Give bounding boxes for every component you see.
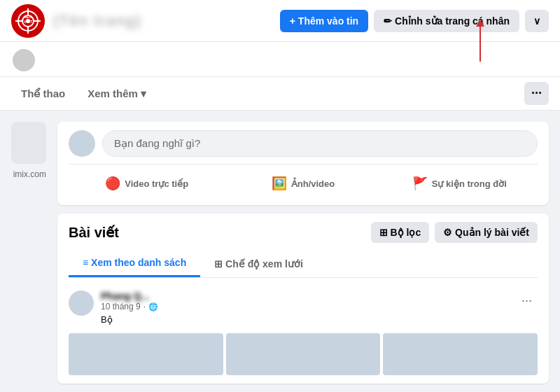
post-image-3	[383, 333, 538, 375]
privacy-icon: ·	[144, 302, 146, 312]
post-user-avatar	[69, 290, 94, 316]
view-list-tab[interactable]: ≡ Xem theo danh sách	[69, 250, 200, 277]
view-grid-tab[interactable]: ⊞ Chế độ xem lưới	[200, 250, 317, 277]
life-event-icon: 🚩	[412, 176, 428, 191]
view-tabs: ≡ Xem theo danh sách ⊞ Chế độ xem lưới	[69, 250, 538, 278]
photo-video-button[interactable]: 🖼️ Ảnh/video	[225, 170, 381, 197]
seo-viet-logo: SEO VIET	[11, 4, 45, 38]
live-video-icon: 🔴	[105, 176, 120, 191]
post-meta: 10 tháng 9 · 🌐	[101, 302, 509, 312]
post-input[interactable]: Bạn đang nghĩ gì?	[102, 130, 538, 157]
top-bar: SEO VIET (Tên trang) + Thêm vào tin ✏ Ch…	[0, 0, 560, 42]
logo-area: SEO VIET (Tên trang)	[11, 4, 141, 38]
post-time: 10 tháng 9	[101, 302, 141, 312]
nav-more-button[interactable]: ···	[524, 82, 549, 105]
post-actions: 🔴 Video trực tiếp 🖼️ Ảnh/video 🚩 Sự kiện…	[69, 164, 538, 197]
post-avatar	[69, 130, 95, 157]
svg-text:SEO: SEO	[24, 15, 32, 19]
posts-title: Bài viết	[69, 224, 119, 241]
live-video-label: Video trực tiếp	[125, 178, 188, 189]
right-area: Bạn đang nghĩ gì? 🔴 Video trực tiếp 🖼️ Ả…	[57, 122, 549, 381]
header-right: + Thêm vào tin ✏ Chỉnh sửa trang cá nhân…	[280, 10, 549, 32]
photo-video-icon: 🖼️	[272, 176, 287, 191]
post-image-1	[69, 333, 223, 375]
page-name-blurred: (Tên trang)	[53, 12, 141, 30]
left-sidebar: imix.com	[11, 122, 46, 381]
filter-button[interactable]: ⊞ Bộ lọc	[371, 222, 430, 243]
arrow-line	[479, 27, 481, 62]
posts-header: Bài viết ⊞ Bộ lọc ⚙ Quản lý bài viết	[69, 222, 538, 243]
sidebar-placeholder	[11, 122, 46, 164]
life-event-label: Sự kiện trong đời	[432, 178, 507, 189]
photo-video-label: Ảnh/video	[291, 178, 335, 189]
add-to-story-button[interactable]: + Thêm vào tin	[280, 10, 368, 32]
post-user-info: Phang Q... 10 tháng 9 · 🌐 Bộ	[101, 290, 509, 325]
main-content: imix.com Bạn đang nghĩ gì? 🔴 Video trực …	[0, 111, 560, 392]
life-event-button[interactable]: 🚩 Sự kiện trong đời	[382, 170, 538, 197]
svg-text:VIET: VIET	[24, 20, 33, 24]
nav-tab-the-thao[interactable]: Thể thao	[11, 80, 75, 107]
edit-profile-button[interactable]: ✏ Chỉnh sửa trang cá nhân	[374, 10, 519, 32]
post-input-row: Bạn đang nghĩ gì?	[69, 130, 538, 157]
posts-header-btns: ⊞ Bộ lọc ⚙ Quản lý bài viết	[371, 222, 538, 243]
post-content: Bộ	[101, 314, 509, 325]
manage-posts-button[interactable]: ⚙ Quản lý bài viết	[435, 222, 538, 243]
post-box: Bạn đang nghĩ gì? 🔴 Video trực tiếp 🖼️ Ả…	[57, 122, 549, 205]
nav-tabs: Thể thao Xem thêm ▾ ···	[0, 77, 560, 111]
post-image-2	[226, 333, 381, 375]
post-preview: Phang Q... 10 tháng 9 · 🌐 Bộ ···	[69, 285, 538, 330]
avatar	[11, 48, 36, 73]
post-user-name: Phang Q...	[101, 290, 509, 302]
posts-section: Bài viết ⊞ Bộ lọc ⚙ Quản lý bài viết ≡ X…	[57, 214, 549, 384]
image-strip	[69, 333, 538, 375]
sidebar-link[interactable]: imix.com	[11, 169, 46, 179]
arrow-head	[476, 20, 484, 27]
more-options-button[interactable]: ∨	[525, 10, 549, 32]
globe-icon: 🌐	[148, 302, 158, 312]
nav-tab-xem-them[interactable]: Xem thêm ▾	[78, 80, 156, 107]
live-video-button[interactable]: 🔴 Video trực tiếp	[69, 170, 225, 197]
post-more-button[interactable]: ···	[516, 290, 538, 311]
red-arrow-indicator	[476, 20, 484, 62]
